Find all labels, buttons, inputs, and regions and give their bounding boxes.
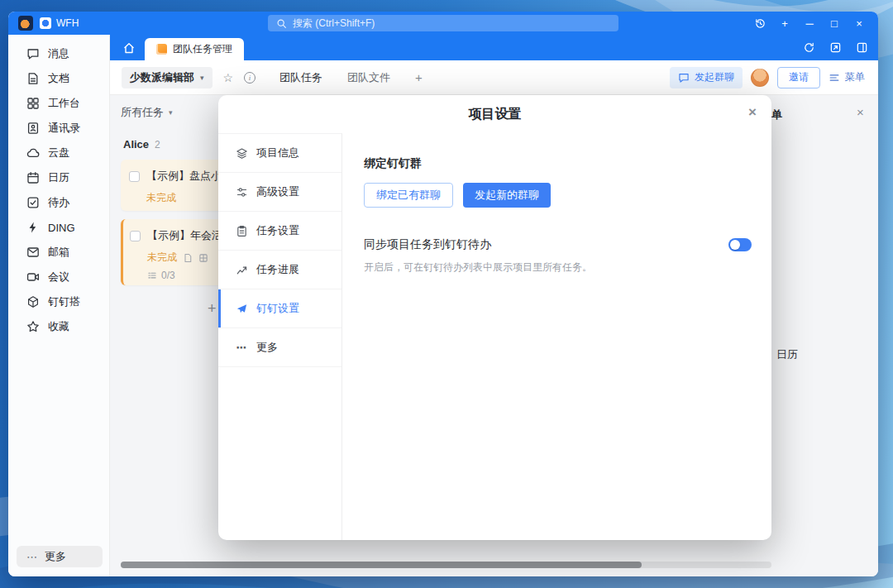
tab-label: 团队任务管理 bbox=[173, 42, 232, 56]
nav-item-project-info[interactable]: 项目信息 bbox=[218, 134, 341, 173]
history-icon[interactable] bbox=[747, 12, 772, 35]
sync-setting-label: 同步项目任务到钉钉待办 bbox=[364, 237, 491, 252]
sidebar-more-button[interactable]: ⋯ 更多 bbox=[17, 546, 103, 567]
task-checkbox[interactable] bbox=[129, 171, 140, 182]
sidebar-item-meeting[interactable]: 会议 bbox=[8, 265, 109, 289]
invite-button[interactable]: 邀请 bbox=[777, 67, 820, 88]
content-header: 少数派编辑部 ▾ ☆ i 团队任务 团队文件 + 发起群聊 bbox=[110, 60, 878, 95]
bind-existing-group-button[interactable]: 绑定已有群聊 bbox=[364, 183, 453, 208]
nav-item-label: 钉钉设置 bbox=[256, 301, 299, 316]
task-checkbox[interactable] bbox=[130, 231, 141, 241]
start-new-group-button[interactable]: 发起新的群聊 bbox=[463, 183, 551, 208]
task-title: 【示例】盘点小 bbox=[146, 169, 222, 184]
invite-label: 邀请 bbox=[789, 70, 809, 84]
sidebar-item-label: 待办 bbox=[48, 195, 69, 210]
chevron-down-icon: ▾ bbox=[169, 108, 173, 117]
horizontal-scrollbar-track[interactable] bbox=[121, 562, 771, 568]
layout-icon[interactable] bbox=[856, 41, 868, 54]
desktop: WFH 搜索 (Ctrl+Shift+F) + ─ □ × bbox=[0, 0, 893, 588]
horizontal-scrollbar-thumb[interactable] bbox=[121, 562, 642, 568]
bind-group-actions: 绑定已有群聊 发起新的群聊 bbox=[364, 183, 752, 208]
sidebar-item-cloud-drive[interactable]: 云盘 bbox=[8, 141, 109, 165]
sidebar-item-ding[interactable]: DING bbox=[8, 215, 109, 240]
nav-item-dingtalk-settings[interactable]: 钉钉设置 bbox=[218, 289, 341, 328]
sync-toggle[interactable] bbox=[728, 238, 752, 251]
team-dropdown[interactable]: 少数派编辑部 ▾ bbox=[122, 67, 213, 88]
start-group-chat-button[interactable]: 发起群聊 bbox=[670, 67, 743, 88]
sidebar-item-workbench[interactable]: 工作台 bbox=[8, 91, 109, 116]
chat-icon bbox=[678, 72, 690, 84]
avatar[interactable] bbox=[751, 69, 769, 87]
nav-item-label: 任务设置 bbox=[256, 223, 299, 238]
subtask-icon bbox=[147, 270, 157, 280]
menu-button[interactable]: 菜单 bbox=[829, 70, 867, 84]
menu-label: 菜单 bbox=[845, 70, 865, 84]
sidebar-item-label: 邮箱 bbox=[48, 245, 69, 260]
clipboard-icon bbox=[236, 225, 248, 237]
sidebar-item-label: 通讯录 bbox=[48, 121, 80, 136]
nav-item-label: 任务进展 bbox=[256, 262, 299, 277]
search-input[interactable]: 搜索 (Ctrl+Shift+F) bbox=[268, 15, 618, 31]
sidebar-item-label: 收藏 bbox=[48, 319, 69, 334]
doc-icon bbox=[26, 72, 40, 85]
refresh-icon[interactable] bbox=[803, 41, 815, 54]
calendar-icon bbox=[26, 171, 40, 184]
lightning-icon bbox=[26, 221, 40, 234]
settings-nav: 项目信息 高级设置 任务设置 任务进展 bbox=[218, 133, 342, 540]
title-bar: WFH 搜索 (Ctrl+Shift+F) + ─ □ × bbox=[8, 12, 878, 35]
sidebar-item-label: DING bbox=[48, 222, 75, 234]
sidebar-item-calendar[interactable]: 日历 bbox=[8, 165, 109, 190]
meeting-icon bbox=[26, 270, 40, 284]
sidebar-item-favorites[interactable]: 收藏 bbox=[8, 314, 109, 339]
tabstrip-actions bbox=[803, 35, 868, 60]
right-panel-item-calendar[interactable]: 日历 bbox=[776, 347, 798, 362]
mail-icon bbox=[26, 246, 40, 259]
sidebar-item-messages[interactable]: 消息 bbox=[8, 41, 109, 66]
tab-team-task-management[interactable]: 团队任务管理 bbox=[145, 38, 244, 60]
toggle-knob bbox=[730, 240, 740, 250]
more-dots-icon: ⋯ bbox=[236, 342, 248, 354]
workspace-badge[interactable]: WFH bbox=[40, 17, 79, 29]
sidebar-item-label: 会议 bbox=[48, 270, 69, 284]
star-icon[interactable]: ☆ bbox=[223, 71, 234, 84]
task-filter-dropdown[interactable]: 所有任务 ▾ bbox=[121, 105, 173, 120]
home-icon bbox=[122, 41, 136, 55]
close-button[interactable]: × bbox=[847, 12, 872, 35]
app-logo-icon[interactable] bbox=[18, 16, 33, 31]
sidebar-item-todo[interactable]: 待办 bbox=[8, 190, 109, 215]
sliders-icon bbox=[236, 186, 248, 198]
right-panel-close-icon[interactable]: × bbox=[857, 105, 864, 119]
sidebar-item-docs[interactable]: 文档 bbox=[8, 66, 109, 91]
nav-item-task-settings[interactable]: 任务设置 bbox=[218, 212, 341, 251]
nav-item-task-progress[interactable]: 任务进展 bbox=[218, 251, 341, 289]
sidebar-item-mail[interactable]: 邮箱 bbox=[8, 240, 109, 265]
project-tabs: 团队任务 团队文件 + bbox=[279, 70, 423, 85]
tab-strip: 团队任务管理 bbox=[110, 35, 878, 60]
dialog-body: 项目信息 高级设置 任务设置 任务进展 bbox=[218, 133, 771, 540]
info-icon[interactable]: i bbox=[244, 72, 255, 84]
dialog-close-icon[interactable]: × bbox=[748, 105, 757, 119]
maximize-button[interactable]: □ bbox=[822, 12, 847, 35]
home-button[interactable] bbox=[117, 35, 141, 60]
sidebar-item-dingtalk-build[interactable]: 钉钉搭 bbox=[8, 289, 109, 314]
tab-team-files[interactable]: 团队文件 bbox=[347, 70, 390, 85]
new-window-plus-icon[interactable]: + bbox=[772, 12, 797, 35]
tab-team-tasks[interactable]: 团队任务 bbox=[279, 70, 322, 85]
sidebar: 消息 文档 工作台 通讯录 云盘 bbox=[8, 35, 110, 576]
minimize-button[interactable]: ─ bbox=[797, 12, 822, 35]
sidebar-item-contacts[interactable]: 通讯录 bbox=[8, 116, 109, 141]
sidebar-item-label: 文档 bbox=[48, 71, 69, 86]
tab-favicon bbox=[156, 44, 167, 55]
nav-item-label: 项目信息 bbox=[256, 146, 299, 160]
popout-icon[interactable] bbox=[829, 41, 842, 54]
sync-setting-row: 同步项目任务到钉钉待办 bbox=[364, 237, 752, 252]
nav-item-label: 高级设置 bbox=[256, 184, 299, 199]
add-tab-button[interactable]: + bbox=[415, 70, 423, 84]
sidebar-item-label: 钉钉搭 bbox=[48, 294, 80, 309]
add-task-button[interactable]: + bbox=[208, 300, 217, 318]
nav-item-advanced-settings[interactable]: 高级设置 bbox=[218, 173, 341, 212]
task-title: 【示例】年会活 bbox=[147, 228, 222, 243]
search-icon bbox=[276, 18, 287, 29]
task-status: 未完成 bbox=[147, 251, 177, 265]
nav-item-more[interactable]: ⋯ 更多 bbox=[218, 328, 341, 367]
